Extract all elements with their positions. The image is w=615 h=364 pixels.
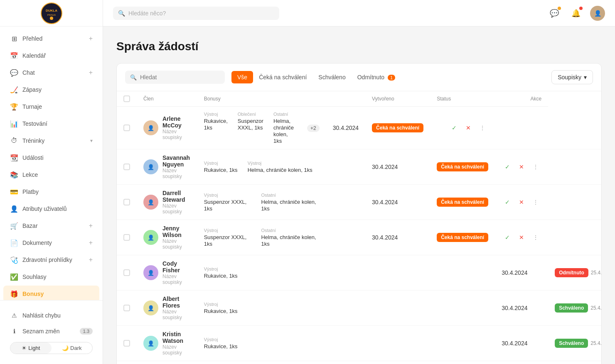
avatar[interactable]: 👤 [590,6,605,21]
more-options-button[interactable]: ⋮ [530,161,541,173]
svg-text:PRAHA: PRAHA [47,14,56,16]
status-badge: Schváleno [555,303,588,313]
member-info: 👤 Jenny Wilson Název soupisky [143,225,191,250]
sidebar-item-zdravotni[interactable]: 🩺 Zdravotní prohlídky + [3,252,99,268]
member-info: 👤 Cody Fisher Název soupisky [143,260,191,285]
sidebar-item-treninky[interactable]: ⏱ Tréninky ▾ [3,132,99,149]
action-date: 25.4.2024 [590,305,602,311]
messages-button[interactable]: 💬 [547,6,562,21]
reject-button[interactable]: ✕ [462,122,474,134]
select-all-checkbox[interactable] [123,95,130,102]
sidebar-item-testovani[interactable]: 📊 Testování [3,115,99,132]
bell-icon: 🔔 [571,9,581,18]
approve-button[interactable]: ✓ [502,232,513,243]
topbar-actions: 💬 🔔 👤 [547,6,605,21]
col-bonusy: Bonusy [197,91,300,107]
sidebar-item-prehled[interactable]: ⊞ Přehled + [3,30,99,47]
filter-tab-ceka[interactable]: Čeká na schválení [253,71,312,83]
sidebar-item-bonusy[interactable]: 🎁 Bonusy [3,286,99,300]
row-checkbox[interactable] [123,340,130,347]
status-badge: Schváleno [555,339,588,348]
more-options-button[interactable]: ⋮ [477,122,488,134]
notifications-button[interactable]: 🔔 [568,6,583,21]
filter-tab-odmitnuto[interactable]: Odmítnuto 1 [352,71,401,83]
row-checkbox[interactable] [123,164,130,170]
plus-icon[interactable]: + [89,35,93,42]
chart-icon: 📊 [10,120,18,128]
sidebar-item-udalosti[interactable]: 📆 Události [3,149,99,166]
created-date: 30.4.2024 [365,149,430,185]
book-icon: 📚 [10,171,18,179]
svg-point-0 [41,3,62,24]
filter-tab-vse[interactable]: Vše [231,71,253,83]
member-team: Název soupisky [162,129,191,140]
health-icon: 🩺 [10,256,18,264]
sidebar-item-atributy[interactable]: 👤 Atributy uživatelů [3,200,99,217]
reject-button[interactable]: ✕ [516,161,527,173]
bonus-group: VýstrojSuspenzor XXXL, 1ksOstatníHelma, … [204,228,320,247]
soupisky-dropdown-button[interactable]: Soupisky ▾ [551,70,593,84]
global-search[interactable]: 🔍 [113,7,279,20]
table-search-input[interactable] [140,74,220,81]
col-clen: Člen [137,91,197,107]
dark-theme-button[interactable]: 🌙 Dark [52,342,93,354]
sidebar-item-dokumenty[interactable]: 📄 Dokumenty + [3,235,99,251]
bonus-item: VýstrojRukavice, 1ks [204,266,238,279]
sidebar-item-platby[interactable]: 💳 Platby [3,183,99,200]
trophy-icon: 🏆 [10,103,18,111]
member-team: Název soupisky [162,309,191,320]
table-row: 👤 Savannah Nguyen Název soupisky Výstroj… [117,149,602,185]
member-info: 👤 Darrell Steward Název soupisky [143,190,191,215]
table-search[interactable]: 🔍 [125,71,225,84]
sidebar-item-chat[interactable]: 💬 Chat + [3,64,99,81]
row-checkbox[interactable] [123,125,130,131]
search-input[interactable] [128,10,274,17]
row-checkbox[interactable] [123,234,130,241]
member-info: 👤 Savannah Nguyen Název soupisky [143,154,191,179]
bonus-item: VýstrojRukavice, 1ks [204,302,238,314]
topbar: 🔍 💬 🔔 👤 [103,0,615,27]
page-content: Správa žádostí 🔍 Vše Čeká na schválení S… [103,27,615,364]
table-row: 👤 Kristin Watson Název soupisky VýstrojR… [117,326,602,361]
sidebar-item-souhlasy[interactable]: ✅ Souhlasy [3,269,99,285]
table-row: 👤 Arlene McCoy Název soupisky VýstrojRuk… [117,107,602,149]
sidebar-footer: ⚠ Nahlásit chybu ℹ Seznam změn 1.3 ☀ Lig… [0,300,103,364]
sidebar-item-label: Dokumenty [22,239,89,246]
reject-button[interactable]: ✕ [516,232,527,243]
seznam-zmen-item[interactable]: ℹ Seznam změn 1.3 [7,324,96,339]
rejected-count: 1 [388,75,395,81]
payment-icon: 💳 [10,188,18,196]
sidebar-item-bazar[interactable]: 🛒 Bazar + [3,217,99,234]
approve-button[interactable]: ✓ [502,161,513,173]
sidebar-item-turnaje[interactable]: 🏆 Turnaje [3,98,99,115]
plus-icon[interactable]: + [89,256,93,264]
svg-point-3 [50,17,53,20]
plus-icon[interactable]: + [89,239,93,247]
sidebar-item-lekce[interactable]: 📚 Lekce [3,166,99,183]
row-checkbox[interactable] [123,199,130,205]
sidebar-item-zapasy[interactable]: 🏒 Zápasy [3,81,99,98]
created-date: 30.4.2024 [495,326,548,361]
approve-button[interactable]: ✓ [448,122,460,134]
nahlasit-chybu-item[interactable]: ⚠ Nahlásit chybu [7,308,96,323]
filter-tab-schvaleno[interactable]: Schváleno [312,71,351,83]
light-theme-button[interactable]: ☀ Light [10,342,52,354]
bonus-item: VýstrojRukavice, 1ks [204,161,238,173]
more-options-button[interactable]: ⋮ [530,196,541,208]
warning-icon: ⚠ [10,311,18,320]
document-icon: 📄 [10,239,18,247]
sidebar-item-label: Atributy uživatelů [22,205,93,212]
plus-icon[interactable]: + [89,69,93,76]
plus-icon[interactable]: + [89,222,93,230]
member-info: 👤 Kristin Watson Název soupisky [143,331,191,356]
reject-button[interactable]: ✕ [516,196,527,208]
light-label: Light [28,345,40,351]
approve-button[interactable]: ✓ [502,196,513,208]
sidebar-item-kalendar[interactable]: 📅 Kalendář [3,47,99,64]
row-checkbox[interactable] [123,305,130,311]
sidebar-item-label: Tréninky [22,137,90,144]
more-options-button[interactable]: ⋮ [530,232,541,243]
member-info: 👤 Arlene McCoy Název soupisky [143,115,191,140]
row-checkbox[interactable] [123,269,130,276]
sidebar-item-label: Testování [22,120,93,127]
